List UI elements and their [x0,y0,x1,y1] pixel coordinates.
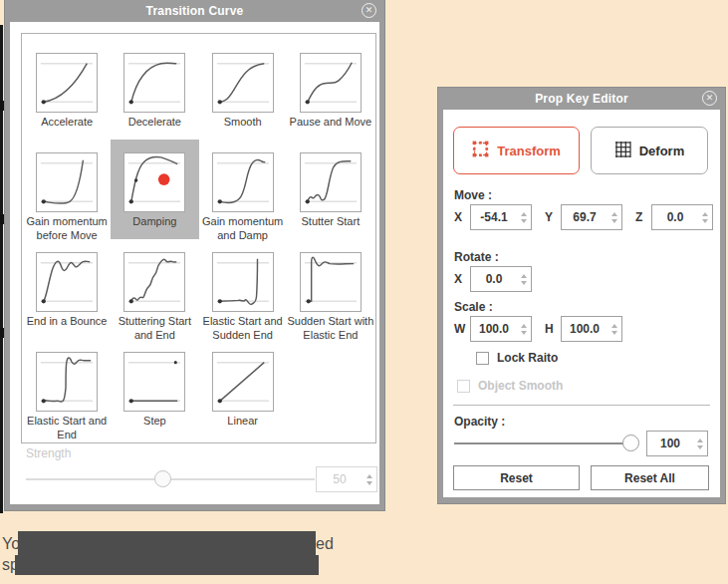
opacity-value: 100 [647,432,693,455]
transition-curve-dialog: Transition Curve ✕ AccelerateDecelerateS… [5,0,384,510]
scale-w-spinbox[interactable]: 100.0 [470,316,532,342]
field-value: 100.0 [471,317,517,341]
spin-up-icon[interactable] [611,324,617,328]
curve-option-gain-momentum-and-damp[interactable]: Gain momentum and Damp [199,140,287,239]
axis-label: X [454,272,470,286]
curve-option-damping[interactable]: Damping [111,140,198,239]
spinner[interactable] [607,317,621,341]
curve-label: Accelerate [41,116,93,130]
curve-option-accelerate[interactable]: Accelerate [23,40,111,140]
curve-option-stutter-start[interactable]: Stutter Start [287,140,374,239]
close-icon[interactable]: ✕ [362,3,376,18]
tab-transform[interactable]: Transform [453,127,580,174]
curve-label: Pause and Move [290,116,372,130]
axis-label: W [454,322,470,336]
spinner[interactable] [517,317,531,341]
spinner[interactable] [698,205,712,229]
opacity-spinbox[interactable]: 100 [646,431,708,456]
opacity-label: Opacity : [454,415,505,429]
strength-slider-handle[interactable] [154,470,171,487]
curve-thumbnail [300,53,362,113]
transition-curve-titlebar[interactable]: Transition Curve ✕ [5,0,384,22]
axis-label: Y [545,210,561,224]
curve-option-linear[interactable]: Linear [199,339,287,438]
curve-label: Decelerate [128,116,181,130]
spinner[interactable] [517,205,531,229]
strength-value: 50 [317,467,363,491]
opacity-slider-track[interactable] [454,442,635,444]
strength-spinner[interactable] [363,467,376,491]
curve-thumbnail [212,352,274,412]
spin-down-icon[interactable] [521,331,527,335]
curve-option-sudden-start-with-elastic-end[interactable]: Sudden Start with Elastic End [287,239,374,339]
curve-option-pause-and-move[interactable]: Pause and Move [287,40,374,140]
spinner[interactable] [517,267,531,291]
spin-down-icon[interactable] [366,481,372,485]
spin-down-icon[interactable] [702,219,708,223]
curve-label: Smooth [224,116,262,130]
curve-thumbnail [36,152,98,212]
curve-label: Stutter Start [302,215,361,229]
curve-option-gain-momentum-before-move[interactable]: Gain momentum before Move [23,140,111,239]
curve-label: Linear [227,415,258,429]
move-x-spinbox[interactable]: -54.1 [470,204,532,230]
curve-option-decelerate[interactable]: Decelerate [111,40,198,140]
move-y-spinbox[interactable]: 69.7 [561,204,622,230]
curve-label: Elastic Start and End [23,415,111,442]
axis-label: X [454,210,470,224]
tab-deform[interactable]: Deform [591,127,708,174]
dialog-title: Transition Curve [146,4,244,18]
spin-up-icon[interactable] [611,212,617,216]
curve-option-elastic-start-and-end[interactable]: Elastic Start and End [23,339,111,438]
opacity-slider[interactable] [454,431,639,456]
opacity-spinner[interactable] [693,432,707,455]
spin-down-icon[interactable] [697,445,703,449]
curve-thumbnail [36,53,98,113]
move-section-label: Move : [454,188,492,202]
curve-label: Damping [132,215,176,229]
curve-option-step[interactable]: Step [111,339,198,438]
spin-up-icon[interactable] [521,324,527,328]
curve-option-elastic-start-and-sudden-end[interactable]: Elastic Start and Sudden End [199,239,287,339]
dialog-title: Prop Key Editor [535,92,628,106]
curve-option-smooth[interactable]: Smooth [199,40,287,140]
spin-down-icon[interactable] [521,281,527,285]
object-smooth-checkbox[interactable] [457,380,470,393]
curve-option-end-in-a-bounce[interactable]: End in a Bounce [23,239,111,339]
scale-h-spinbox[interactable]: 100.0 [561,316,622,342]
strength-spinbox[interactable]: 50 [316,466,377,492]
spin-up-icon[interactable] [702,212,708,216]
scale-w-field: W100.0 [454,316,532,342]
move-x-field: X-54.1 [454,204,532,230]
lock-ratio-checkbox-row[interactable]: Lock Raito [476,351,558,365]
spin-down-icon[interactable] [611,331,617,335]
spin-up-icon[interactable] [521,212,527,216]
lock-ratio-checkbox[interactable] [476,352,489,365]
transition-curve-content: AccelerateDecelerateSmoothPause and Move… [10,22,379,504]
move-z-spinbox[interactable]: 0.0 [651,204,713,230]
rotate-x-spinbox[interactable]: 0.0 [470,266,532,292]
scale-section-label: Scale : [454,300,493,314]
spin-up-icon[interactable] [366,474,372,478]
move-z-field: Z0.0 [635,204,713,230]
spin-down-icon[interactable] [611,219,617,223]
reset-all-button[interactable]: Reset All [591,465,709,490]
deform-grid-icon [614,141,631,160]
spin-up-icon[interactable] [697,438,703,442]
reset-button[interactable]: Reset [453,465,580,490]
curve-option-stuttering-start-and-end[interactable]: Stuttering Start and End [111,239,198,339]
spin-down-icon[interactable] [521,219,527,223]
spin-up-icon[interactable] [521,274,527,278]
object-smooth-checkbox-row[interactable]: Object Smooth [457,379,563,393]
strength-label: Strength [26,446,71,460]
curve-thumbnail [212,152,274,212]
field-value: 0.0 [471,267,517,291]
curve-thumbnail [36,352,98,412]
rotate-section-label: Rotate : [454,250,499,264]
prop-key-editor-titlebar[interactable]: Prop Key Editor ✕ [438,88,725,110]
opacity-slider-handle[interactable] [622,435,639,451]
curve-label: End in a Bounce [27,315,108,329]
spinner[interactable] [607,205,621,229]
curve-label: Step [143,415,166,429]
close-icon[interactable]: ✕ [702,91,717,106]
